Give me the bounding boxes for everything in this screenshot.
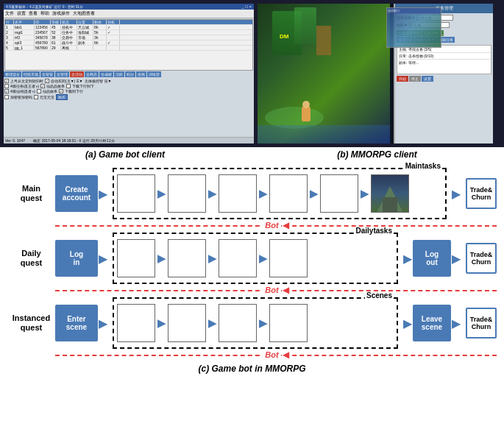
table-row: 5 gg_1 567890 29 离线 xyxy=(5,46,252,51)
checkbox-auto-buy[interactable] xyxy=(4,79,9,83)
table-row: 2 mgt1 234567 52 任务中 洛阳城 5h ✓ xyxy=(5,30,252,35)
main-quest-start-box: Createaccount xyxy=(55,175,98,212)
main-quest-dashed-area: Maintasks ▶ ▶ xyxy=(113,168,447,219)
arrow-1: ▶ xyxy=(157,188,166,199)
arrow-3: ▶ xyxy=(259,188,267,199)
scene-arrow-1: ▶ xyxy=(157,317,166,329)
label-select1: E▼ xyxy=(77,79,82,83)
main-quest-result: Trade&Churn xyxy=(466,178,497,209)
section-tabs: 整理选古 结统市场 全背背 全管理 全活动 全商店 合成材 活跃 积分 坐骑 训… xyxy=(4,71,254,77)
menu-file[interactable]: 文件 xyxy=(5,10,14,17)
main-thumb-2 xyxy=(168,174,206,213)
tab-mount[interactable]: 坐骑 xyxy=(136,71,146,77)
instanced-quest-result: Trade&Churn xyxy=(466,308,497,339)
main-quest-label: Mainquest xyxy=(7,184,55,203)
start-btn[interactable]: 购买 xyxy=(56,94,68,100)
tab-organize[interactable]: 整理选古 xyxy=(4,71,21,77)
log-out-label: Logout xyxy=(425,250,439,266)
checkbox-item7[interactable] xyxy=(4,95,9,99)
tab-train[interactable]: 训练营 xyxy=(147,71,161,77)
main-thumb-1 xyxy=(117,174,155,213)
log-in-label: Login xyxy=(70,250,83,266)
main-bot-row: Bot ◀ xyxy=(7,219,497,231)
mmorpg-client-screenshot: DM 任务管理 任务选择▼ 主线任务 地图▼ 天云城 xyxy=(258,4,493,143)
menu-game-ops[interactable]: 游戏操作 xyxy=(52,10,70,17)
checkbox-auto-meds[interactable] xyxy=(45,79,49,83)
diagram-section: Mainquest Createaccount ▶ Maintasks xyxy=(0,162,504,378)
screenshots-section: 4.5蓬莱秘本：4.2遗及对象矿 运行 0：您时31分 _ □ × 文件 设置 … xyxy=(0,0,504,147)
daily-quest-end-box: Logout xyxy=(413,240,451,277)
label-auto-buy: 上号从文定到转归时 xyxy=(10,79,43,83)
daily-arrow-1: ▶ xyxy=(157,252,166,264)
checkbox-item8[interactable] xyxy=(34,95,38,99)
daily-bot-label: Bot xyxy=(263,286,280,294)
scene-arrow-2: ▶ xyxy=(208,317,216,329)
daily-thumb-2 xyxy=(168,239,206,277)
menu-help[interactable]: 帮助 xyxy=(40,10,49,17)
leave-scene-label: Leavescene xyxy=(422,315,442,331)
maintasks-label: Maintasks xyxy=(404,162,442,170)
tab-shop[interactable]: 全商店 xyxy=(85,71,99,77)
checkbox-item4[interactable] xyxy=(4,89,9,93)
daily-arrow-2: ▶ xyxy=(208,252,216,264)
main-result-text: Trade&Churn xyxy=(470,186,493,201)
title-text: 4.5蓬莱秘本：4.2遗及对象矿 运行 0：您时31分 xyxy=(6,4,83,9)
btn-start[interactable]: 开始 xyxy=(397,76,408,82)
instanced-quest-dashed-area: Scenes ▶ ▶ xyxy=(113,297,398,349)
instanced-quest-arrow1: ▶ xyxy=(99,316,107,330)
daily-quest-group: Dailyquest Login ▶ Dailytasks ▶ xyxy=(7,233,497,296)
label-auto-meds: 自动买药(主▼) xyxy=(51,79,75,83)
main-quest-row: Mainquest Createaccount ▶ Maintasks xyxy=(7,168,497,219)
label-item1: 4级任务(圣王者+) xyxy=(10,84,39,88)
daily-thumb-4 xyxy=(269,239,308,277)
tab-active[interactable]: 活跃 xyxy=(114,71,124,77)
instanced-bot-row: Bot ◀ xyxy=(7,349,497,361)
tab-points1[interactable]: 积分 xyxy=(125,71,135,77)
daily-quest-label: Dailyquest xyxy=(7,249,55,268)
tab-all-mgmt[interactable]: 全管理 xyxy=(55,71,69,77)
tab-craft[interactable]: 合成材 xyxy=(99,71,113,77)
btn-stop[interactable]: 停止 xyxy=(409,76,421,82)
scenes-label: Scenes xyxy=(365,291,394,300)
menu-view[interactable]: 查看 xyxy=(29,10,38,17)
main-quest-text: Mainquest xyxy=(21,184,42,202)
checkbox-item6[interactable] xyxy=(59,89,63,93)
instanced-bot-label: Bot xyxy=(263,350,280,359)
game-client-title-bar: 4.5蓬莱秘本：4.2遗及对象矿 运行 0：您时31分 _ □ × xyxy=(4,4,254,10)
checkbox-item1[interactable] xyxy=(4,84,9,88)
create-account-label: Createaccount xyxy=(63,185,90,202)
menu-settings[interactable]: 设置 xyxy=(17,10,26,17)
checkbox-item5[interactable] xyxy=(37,89,41,93)
instanced-quest-row: Instancedquest Enterscene ▶ Scenes ▶ xyxy=(7,297,497,349)
daily-quest-result: Trade&Churn xyxy=(466,243,497,274)
label-item5: 仙品效率 xyxy=(43,89,57,93)
caption-left: (a) Game bot client xyxy=(0,149,250,160)
daily-quest-text: Dailyquest xyxy=(21,249,42,267)
tab-market[interactable]: 结统市场 xyxy=(22,71,40,77)
menu-map[interactable]: 大地图查看 xyxy=(73,10,95,17)
instanced-quest-text: Instancedquest xyxy=(13,313,50,332)
daily-quest-dashed-area: Dailytasks ▶ ▶ xyxy=(113,233,398,284)
label-item3: 下载下行到下 xyxy=(72,84,94,88)
label-select2: 应▼ xyxy=(104,79,112,83)
scene-thumb-1 xyxy=(117,304,155,342)
dailytasks-label: Dailytasks xyxy=(355,227,394,235)
arrow-2: ▶ xyxy=(208,188,216,199)
daily-quest-row: Dailyquest Login ▶ Dailytasks ▶ xyxy=(7,233,497,284)
game-bot-client-screenshot: 4.5蓬莱秘本：4.2遗及对象矿 运行 0：您时31分 _ □ × 文件 设置 … xyxy=(4,4,254,143)
tab-all-activity[interactable]: 全活动 xyxy=(70,71,84,77)
daily-quest-arrow1: ▶ xyxy=(99,252,107,266)
daily-bot-row: Bot ◀ xyxy=(7,284,497,296)
checkbox-item3[interactable] xyxy=(66,84,71,88)
main-bot-label: Bot xyxy=(263,221,280,230)
main-thumb-6 xyxy=(371,174,409,213)
arrow-5: ▶ xyxy=(361,188,369,199)
tab-all-bag[interactable]: 全背背 xyxy=(40,71,54,77)
caption-right: (b) MMORPG client xyxy=(250,149,504,160)
btn-settings2[interactable]: 设置 xyxy=(422,76,433,82)
daily-arrow-3: ▶ xyxy=(259,252,267,264)
main-thumb-5 xyxy=(320,174,358,213)
window-controls: _ □ × xyxy=(241,4,252,9)
checkbox-item2[interactable] xyxy=(40,84,45,88)
main-quest-arrow1: ▶ xyxy=(99,187,107,201)
